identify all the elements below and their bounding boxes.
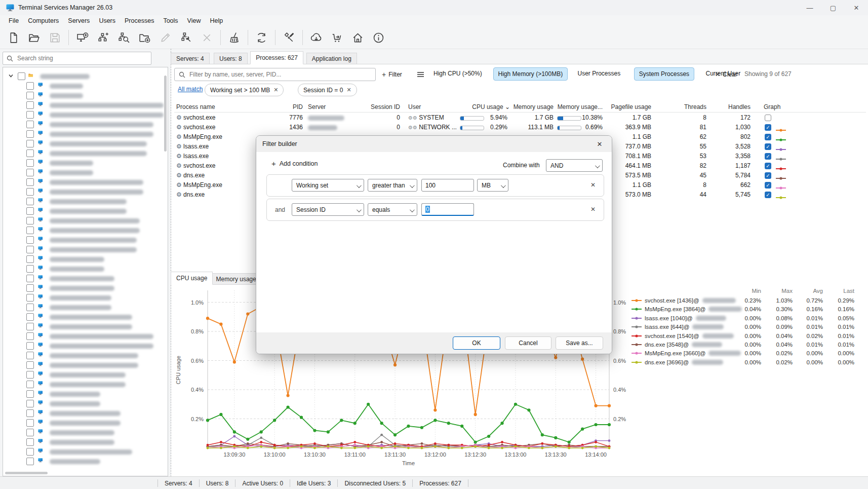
tree-computer-item[interactable] bbox=[26, 274, 114, 283]
tree-item-checkbox[interactable] bbox=[26, 169, 34, 176]
filter-toggle-system-processes[interactable]: System Processes bbox=[634, 67, 694, 81]
filter-toggle-user-processes[interactable]: User Processes bbox=[573, 67, 625, 80]
add-condition-button[interactable]: + Add condition bbox=[271, 159, 318, 168]
toolbar-refresh-icon[interactable] bbox=[251, 28, 272, 47]
tree-computer-item[interactable] bbox=[26, 322, 132, 331]
tree-computer-item[interactable] bbox=[26, 447, 132, 457]
graph-checkbox[interactable]: ✓ bbox=[765, 153, 771, 160]
tree-computer-item[interactable] bbox=[26, 110, 164, 120]
menu-servers[interactable]: Servers bbox=[63, 16, 94, 25]
graph-checkbox[interactable]: ✓ bbox=[765, 192, 771, 198]
dialog-close-button[interactable]: ✕ bbox=[594, 139, 606, 150]
tree-computer-item[interactable] bbox=[26, 331, 153, 341]
column-header-threads[interactable]: Threads bbox=[661, 103, 706, 110]
tree-item-checkbox[interactable] bbox=[26, 284, 34, 292]
condition-value-input[interactable]: 100 bbox=[421, 179, 474, 192]
tree-computer-item[interactable] bbox=[26, 351, 138, 360]
column-header-process-name[interactable]: Process name bbox=[176, 103, 215, 110]
toolbar-info-icon[interactable] bbox=[368, 28, 389, 47]
tree-computer-item[interactable] bbox=[26, 81, 83, 91]
condition-remove-button[interactable]: ✕ bbox=[590, 206, 596, 213]
tree-computer-item[interactable] bbox=[26, 187, 143, 197]
tree-item-checkbox[interactable] bbox=[26, 323, 34, 330]
tree-computer-item[interactable] bbox=[26, 254, 104, 264]
add-filter-button[interactable]: + Filter bbox=[382, 69, 402, 80]
tree-item-checkbox[interactable] bbox=[26, 458, 34, 465]
tree-computer-item[interactable] bbox=[26, 168, 93, 177]
tree-item-checkbox[interactable] bbox=[26, 207, 34, 215]
tree-computer-item[interactable] bbox=[26, 120, 153, 129]
column-header-memory-usage-[interactable]: Memory usage... bbox=[557, 103, 603, 110]
menu-computers[interactable]: Computers bbox=[23, 16, 63, 25]
tree-computer-item[interactable] bbox=[26, 264, 104, 274]
tree-computer-item[interactable] bbox=[26, 148, 147, 158]
tree-computer-item[interactable] bbox=[26, 312, 132, 322]
column-header-pagefile-usage[interactable]: Pagefile usage bbox=[606, 103, 651, 110]
column-header-session-id[interactable]: Session ID bbox=[354, 103, 400, 110]
tree-horizontal-scrollbar[interactable] bbox=[5, 472, 48, 474]
tree-computer-item[interactable] bbox=[26, 370, 126, 380]
toolbar-find-computers-icon[interactable] bbox=[113, 28, 134, 47]
condition-operator-select[interactable]: greater than bbox=[368, 179, 417, 192]
tree-computer-item[interactable] bbox=[26, 245, 137, 254]
tree-item-checkbox[interactable] bbox=[26, 400, 34, 407]
tree-item-checkbox[interactable] bbox=[26, 198, 34, 205]
tree-item-checkbox[interactable] bbox=[26, 448, 34, 456]
tree-item-checkbox[interactable] bbox=[26, 390, 34, 398]
column-header-graph[interactable]: Graph bbox=[764, 103, 780, 110]
tree-item-checkbox[interactable] bbox=[26, 101, 34, 109]
filter-chip[interactable]: Working set > 100 MB✕ bbox=[205, 84, 284, 96]
tree-item-checkbox[interactable] bbox=[26, 304, 34, 311]
tree-item-checkbox[interactable] bbox=[26, 246, 34, 253]
filter-chip[interactable]: Session ID = 0✕ bbox=[298, 84, 357, 96]
tab-users-8[interactable]: Users: 8 bbox=[214, 53, 248, 64]
tree-item-checkbox[interactable] bbox=[26, 140, 34, 147]
toolbar-add-group-icon[interactable] bbox=[93, 28, 113, 47]
tree-computer-item[interactable] bbox=[26, 418, 121, 428]
graph-checkbox[interactable]: ✓ bbox=[765, 124, 771, 131]
sidebar-search[interactable] bbox=[3, 52, 151, 65]
condition-field-select[interactable]: Session ID bbox=[292, 203, 364, 216]
chart-tab-cpu-usage[interactable]: CPU usage bbox=[171, 272, 213, 285]
tree-computer-item[interactable] bbox=[26, 216, 140, 225]
chip-remove-icon[interactable]: ✕ bbox=[273, 87, 278, 93]
column-header-pid[interactable]: PID bbox=[257, 103, 303, 110]
tree-computer-item[interactable] bbox=[26, 437, 114, 447]
toolbar-tools-icon[interactable] bbox=[279, 28, 299, 47]
tab-servers-4[interactable]: Servers: 4 bbox=[171, 53, 210, 64]
process-table-header[interactable]: Process namePIDServerSession IDUserCPU u… bbox=[174, 101, 866, 112]
process-filter-input[interactable] bbox=[188, 70, 375, 79]
tree-computer-item[interactable] bbox=[26, 408, 121, 418]
toolbar-cloud-download-icon[interactable] bbox=[306, 28, 327, 47]
filter-toggle-current-user[interactable]: Current User bbox=[701, 67, 745, 80]
tree-item-checkbox[interactable] bbox=[26, 159, 34, 167]
tree-item-checkbox[interactable] bbox=[26, 188, 34, 196]
tree-computer-item[interactable] bbox=[26, 457, 100, 466]
graph-checkbox[interactable]: ✓ bbox=[765, 163, 771, 169]
condition-field-select[interactable]: Working set bbox=[292, 179, 364, 192]
graph-checkbox[interactable]: ✓ bbox=[765, 182, 771, 189]
menu-users[interactable]: Users bbox=[94, 16, 120, 25]
tab-application-log[interactable]: Application log bbox=[306, 53, 357, 64]
ok-button[interactable]: OK bbox=[453, 336, 500, 350]
combine-with-select[interactable]: AND bbox=[546, 159, 603, 172]
tree-item-checkbox[interactable] bbox=[26, 255, 34, 263]
tree-computer-item[interactable] bbox=[26, 206, 127, 216]
chevron-down-icon[interactable] bbox=[8, 73, 14, 80]
tree-root-checkbox[interactable] bbox=[18, 72, 25, 80]
column-header-cpu-usage[interactable]: CPU usage ⌄ bbox=[464, 103, 510, 110]
tree-item-checkbox[interactable] bbox=[26, 227, 34, 234]
tree-item-checkbox[interactable] bbox=[26, 332, 34, 340]
minimize-button[interactable]: — bbox=[798, 0, 821, 15]
toolbar-cart-icon[interactable] bbox=[327, 28, 347, 47]
condition-remove-button[interactable]: ✕ bbox=[590, 181, 596, 189]
tree-computer-item[interactable] bbox=[26, 360, 138, 370]
tree-item-checkbox[interactable] bbox=[26, 409, 34, 417]
table-row[interactable]: ⚙ svchost.exe77760⚙⚙ SYSTEM5.94%1.7 GB10… bbox=[174, 113, 866, 123]
cancel-button[interactable]: Cancel bbox=[505, 336, 551, 350]
chart-tab-memory-usage[interactable]: Memory usage bbox=[211, 273, 262, 285]
tree-item-checkbox[interactable] bbox=[26, 275, 34, 282]
column-header-server[interactable]: Server bbox=[308, 103, 326, 110]
tree-item-checkbox[interactable] bbox=[26, 294, 34, 302]
condition-unit-select[interactable]: MB bbox=[477, 179, 508, 192]
